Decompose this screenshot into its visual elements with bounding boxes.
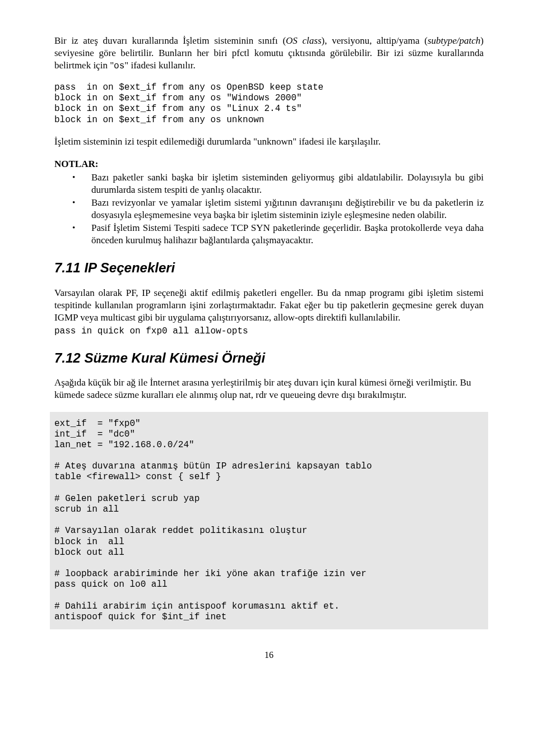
paragraph-3: Varsayılan olarak PF, IP seçeneği aktif …	[54, 287, 484, 324]
heading-7-11: 7.11 IP Seçenekleri	[54, 259, 484, 276]
list-item: Pasif İşletim Sistemi Tespiti sadece TCP…	[72, 222, 484, 247]
heading-7-12: 7.12 Süzme Kural Kümesi Örneği	[54, 349, 484, 367]
page-number: 16	[54, 650, 484, 661]
p1-mid: ), versiyonu, alttip/yama (	[322, 35, 428, 46]
paragraph-2: İşletim sisteminin izi tespit edilemediğ…	[54, 136, 484, 148]
list-item: Bazı revizyonlar ve yamalar işletim sist…	[72, 197, 484, 221]
p1-tail: " ifadesi kullanılır.	[124, 60, 195, 71]
code-block-2: pass in quick on fxp0 all allow-opts	[54, 326, 484, 337]
p1-osword: os	[114, 61, 124, 71]
bullet-list: Bazı paketler sanki başka bir işletim si…	[72, 171, 484, 247]
notlar-label: NOTLAR:	[54, 158, 484, 170]
p1-osclass: OS class	[286, 35, 321, 46]
code-block-3: ext_if = "fxp0" int_if = "dc0" lan_net =…	[50, 412, 488, 630]
code-block-1: pass in on $ext_if from any os OpenBSD k…	[54, 82, 484, 126]
p1-subtype: subtype/patch	[428, 35, 480, 46]
list-item: Bazı paketler sanki başka bir işletim si…	[72, 171, 484, 196]
paragraph-4: Aşağıda küçük bir ağ ile İnternet arasın…	[54, 377, 484, 401]
p1-pre: Bir iz ateş duvarı kurallarında İşletim …	[54, 35, 286, 46]
paragraph-1: Bir iz ateş duvarı kurallarında İşletim …	[54, 35, 484, 72]
